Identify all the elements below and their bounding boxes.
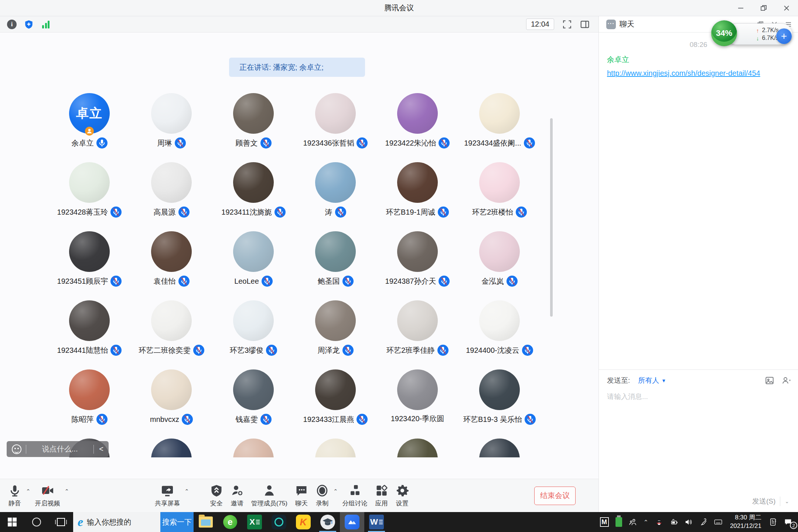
tencent-meeting-app-button[interactable]: [340, 512, 364, 532]
quick-caption-bar[interactable]: 说点什么... <: [7, 441, 109, 457]
participant-tile[interactable]: [458, 439, 540, 457]
participant-tile[interactable]: 1923433江晨燕: [294, 369, 376, 439]
memory-percent-ball[interactable]: 34%: [711, 20, 737, 46]
participant-tile[interactable]: 1924400-沈凌云: [458, 300, 540, 369]
security-shield-icon[interactable]: [23, 18, 35, 30]
participant-tile[interactable]: 环艺B19-3 吴乐怡: [458, 369, 540, 439]
record-button[interactable]: 录制: [312, 480, 332, 511]
manage-members-button[interactable]: 管理成员(75): [248, 480, 291, 511]
network-speed-widget[interactable]: ↑2.7K/s ↓6.7K/s + 34%: [711, 20, 793, 48]
collapse-arrow-icon[interactable]: <: [94, 445, 109, 453]
fullscreen-icon[interactable]: [562, 20, 572, 29]
participant-tile[interactable]: 周泽龙: [294, 300, 376, 369]
chat-button[interactable]: 聊天: [291, 480, 312, 511]
minimize-button[interactable]: [729, 0, 752, 16]
file-explorer-button[interactable]: [194, 512, 218, 532]
participant-tile[interactable]: [212, 439, 294, 457]
participant-tile[interactable]: 高晨源: [130, 162, 212, 231]
participant-tile[interactable]: 陈昭萍: [48, 369, 130, 439]
pen-tray-button[interactable]: [696, 512, 711, 532]
participant-tile[interactable]: 涛: [294, 162, 376, 231]
notes-tray-button[interactable]: [766, 512, 781, 532]
excel-button[interactable]: X: [242, 512, 267, 532]
close-button[interactable]: [775, 0, 798, 16]
participant-tile[interactable]: 1923411沈旖旎: [212, 162, 294, 231]
participant-tile[interactable]: [130, 439, 212, 457]
participant-tile[interactable]: 环艺2班楼怡: [458, 162, 540, 231]
volume-tray-button[interactable]: [681, 512, 696, 532]
security-button[interactable]: 安全: [206, 480, 227, 511]
invite-button[interactable]: 邀请: [227, 480, 248, 511]
end-meeting-button[interactable]: 结束会议: [534, 487, 576, 505]
start-video-button[interactable]: 开启视频: [31, 480, 64, 511]
emoji-icon[interactable]: [12, 444, 21, 454]
record-options-chevron[interactable]: ⌃: [332, 488, 339, 495]
participant-tile[interactable]: 卓立 余卓立: [48, 93, 130, 162]
word-button[interactable]: W: [364, 512, 389, 532]
participant-tile[interactable]: 1923451顾辰宇: [48, 231, 130, 300]
start-button[interactable]: [0, 512, 24, 532]
participant-tile[interactable]: 顾善文: [212, 93, 294, 162]
participant-tile[interactable]: 袁佳怡: [130, 231, 212, 300]
participant-tile[interactable]: LeoLee: [212, 231, 294, 300]
caption-placeholder[interactable]: 说点什么...: [26, 444, 93, 454]
share-options-chevron[interactable]: ⌃: [184, 488, 190, 495]
meeting-info-icon[interactable]: i: [6, 18, 18, 30]
image-attach-icon[interactable]: [765, 376, 774, 385]
usb-device-button[interactable]: [612, 512, 625, 532]
kuaikan-app-button[interactable]: K: [291, 512, 316, 532]
network-signal-icon[interactable]: [40, 18, 52, 30]
send-button[interactable]: 发送(S): [752, 497, 775, 506]
participant-tile[interactable]: 周琳: [130, 93, 212, 162]
participant-tile[interactable]: [376, 439, 458, 457]
search-go-button[interactable]: 搜索一下: [160, 512, 194, 532]
apps-button[interactable]: 应用: [371, 480, 392, 511]
keyboard-tray-button[interactable]: [711, 512, 726, 532]
settings-button[interactable]: 设置: [392, 480, 413, 511]
health-app-button[interactable]: [267, 512, 291, 532]
participant-tile[interactable]: mnbvcxz: [130, 369, 212, 439]
mute-options-chevron[interactable]: ⌃: [25, 488, 31, 495]
grid-scrollbar[interactable]: [550, 118, 553, 317]
participant-tile[interactable]: 1923441陆慧怡: [48, 300, 130, 369]
breakout-rooms-button[interactable]: 分组讨论: [339, 480, 371, 511]
power-tray-button[interactable]: [666, 512, 681, 532]
participant-tile[interactable]: 环艺3缪俊: [212, 300, 294, 369]
participant-tile[interactable]: 1923428蒋玉玲: [48, 162, 130, 231]
restore-button[interactable]: [752, 0, 775, 16]
participant-tile[interactable]: 1923436张哲韬: [294, 93, 376, 162]
education-app-button[interactable]: [316, 512, 340, 532]
send-to-caret-icon[interactable]: ▼: [661, 378, 666, 383]
video-options-chevron[interactable]: ⌃: [64, 488, 70, 495]
send-options-chevron[interactable]: ⌄: [785, 498, 789, 504]
participant-tile[interactable]: 1924387孙介天: [376, 231, 458, 300]
tray-overflow-button[interactable]: ⌃: [640, 512, 652, 532]
participant-tile[interactable]: 环艺2班季佳静: [376, 300, 458, 369]
tray-m-app-button[interactable]: M: [597, 512, 612, 532]
participant-tile[interactable]: 钱嘉雯: [212, 369, 294, 439]
participant-tile[interactable]: 1923434盛依阑...: [458, 93, 540, 162]
participant-tile[interactable]: 金泓岚: [458, 231, 540, 300]
participant-tile[interactable]: 1923422朱沁怡: [376, 93, 458, 162]
member-message-icon[interactable]: [782, 376, 791, 385]
qq-tray-button[interactable]: [652, 512, 666, 532]
people-tray-button[interactable]: [625, 512, 640, 532]
cortana-button[interactable]: [24, 512, 49, 532]
share-screen-button[interactable]: 共享屏幕: [151, 480, 184, 511]
participant-tile[interactable]: 环艺二班徐奕雯: [130, 300, 212, 369]
message-link[interactable]: http://www.xingjiesj.com/sh/designer-det…: [607, 69, 798, 78]
participant-tile[interactable]: 1923420-季欣圆: [376, 369, 458, 439]
participant-tile[interactable]: [294, 439, 376, 457]
search-placeholder[interactable]: 输入你想搜的: [87, 517, 160, 527]
accelerate-plus-button[interactable]: +: [776, 28, 792, 44]
participant-tile[interactable]: 鲍圣国: [294, 231, 376, 300]
action-center-button[interactable]: 2: [781, 512, 798, 532]
taskbar-search[interactable]: e 输入你想搜的 搜索一下: [73, 512, 194, 532]
taskbar-clock[interactable]: 8:30 周二 2021/12/21: [726, 514, 766, 531]
browser-360-button[interactable]: e: [218, 512, 242, 532]
mute-button[interactable]: 静音: [4, 480, 25, 511]
layout-toggle-icon[interactable]: [580, 20, 590, 29]
task-view-button[interactable]: [49, 512, 73, 532]
send-to-dropdown[interactable]: 所有人: [638, 376, 659, 385]
participant-tile[interactable]: 环艺B19-1周诚: [376, 162, 458, 231]
